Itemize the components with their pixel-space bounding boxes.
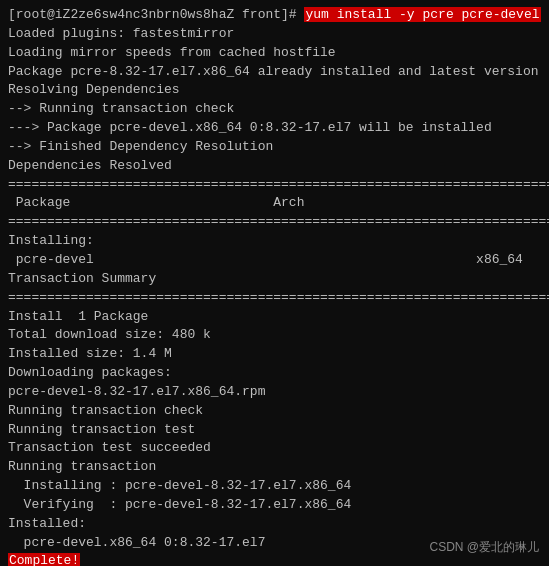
terminal-line: Transaction Summary (8, 270, 541, 289)
terminal-line: pcre-devel-8.32-17.el7.x86_64.rpm (8, 383, 541, 402)
terminal-line: [root@iZ2ze6sw4nc3nbrn0ws8haZ front]# yu… (8, 6, 541, 25)
terminal-line: --> Running transaction check (8, 100, 541, 119)
separator-line: ========================================… (8, 214, 549, 229)
terminal-line: Package pcre-8.32-17.el7.x86_64 already … (8, 63, 541, 82)
separator-line: ========================================… (8, 177, 549, 192)
prompt-text: [root@iZ2ze6sw4nc3nbrn0ws8haZ front]# (8, 7, 304, 22)
terminal-line: Installed: (8, 515, 541, 534)
terminal-line: Installed size: 1.4 M (8, 345, 541, 364)
terminal-line: Running transaction test (8, 421, 541, 440)
separator-line: ========================================… (8, 290, 549, 305)
terminal-line: Running transaction (8, 458, 541, 477)
complete-text: Complete! (8, 553, 80, 566)
terminal-line: Total download size: 480 k (8, 326, 541, 345)
terminal-line: ========================================… (8, 213, 541, 232)
terminal-line: ---> Package pcre-devel.x86_64 0:8.32-17… (8, 119, 541, 138)
terminal-line: Loading mirror speeds from cached hostfi… (8, 44, 541, 63)
terminal-line: Verifying : pcre-devel-8.32-17.el7.x86_6… (8, 496, 541, 515)
terminal-line: Loaded plugins: fastestmirror (8, 25, 541, 44)
terminal-line: ========================================… (8, 176, 541, 195)
terminal-window: [root@iZ2ze6sw4nc3nbrn0ws8haZ front]# yu… (0, 0, 549, 566)
terminal-line: --> Finished Dependency Resolution (8, 138, 541, 157)
terminal-line: pcre-devel x86_64 (8, 251, 541, 270)
command-highlight: yum install -y pcre pcre-devel (304, 7, 540, 22)
terminal-line: Dependencies Resolved (8, 157, 541, 176)
terminal-line: Transaction test succeeded (8, 439, 541, 458)
terminal-line: Install 1 Package (8, 308, 541, 327)
terminal-line: Installing : pcre-devel-8.32-17.el7.x86_… (8, 477, 541, 496)
terminal-line: ========================================… (8, 289, 541, 308)
terminal-line: Downloading packages: (8, 364, 541, 383)
terminal-line: Running transaction check (8, 402, 541, 421)
terminal-line: Resolving Dependencies (8, 81, 541, 100)
terminal-line: Installing: (8, 232, 541, 251)
terminal-line: Package Arch (8, 194, 541, 213)
watermark: CSDN @爱北的琳儿 (429, 539, 539, 556)
